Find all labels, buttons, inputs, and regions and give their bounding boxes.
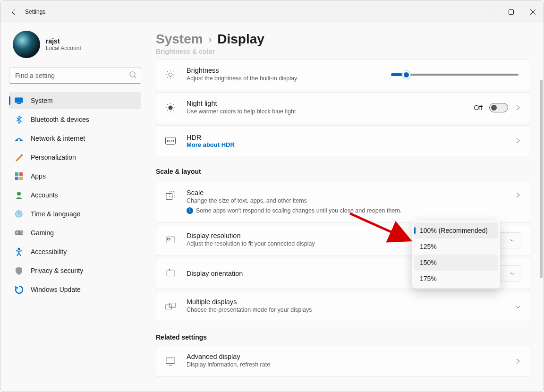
scale-dropdown[interactable]: 100% (Recommended)125%150%175%	[412, 221, 500, 289]
section-related: Related settings	[156, 333, 530, 341]
scale-option[interactable]: 100% (Recommended)	[414, 222, 498, 239]
slider-thumb[interactable]	[402, 70, 411, 79]
scale-info: Some apps won't respond to scaling chang…	[196, 207, 401, 214]
nav-item-apps[interactable]: Apps	[9, 168, 141, 185]
nav-item-update[interactable]: Windows Update	[9, 281, 141, 298]
breadcrumb: System › Display	[156, 32, 530, 47]
nav-item-time[interactable]: Time & language	[9, 205, 141, 222]
advanced-title: Advanced display	[187, 353, 504, 360]
resolution-sub: Adjust the resolution to fit your connec…	[187, 239, 416, 248]
nav-item-personalization[interactable]: Personalization	[9, 149, 141, 166]
hdr-card[interactable]: HDR HDR More about HDR	[156, 125, 530, 156]
scale-option[interactable]: 175%	[414, 271, 498, 287]
orientation-title: Display orientation	[187, 270, 451, 277]
multiple-title: Multiple displays	[187, 298, 504, 306]
svg-rect-8	[19, 172, 23, 176]
chevron-down-icon	[515, 303, 521, 310]
user-block[interactable]: rajst Local Account	[13, 31, 141, 58]
svg-line-34	[173, 104, 174, 105]
hdr-icon: HDR	[165, 137, 176, 145]
svg-rect-37	[166, 194, 172, 200]
chevron-down-icon	[510, 238, 515, 243]
night-light-title: Night light	[187, 100, 464, 107]
personalization-icon	[15, 153, 23, 162]
hdr-link[interactable]: More about HDR	[187, 141, 504, 148]
nav-item-gaming[interactable]: Gaming	[9, 224, 141, 241]
scale-card[interactable]: Scale Change the size of text, apps, and…	[156, 180, 530, 223]
scale-option[interactable]: 125%	[414, 239, 498, 255]
nav-label: Personalization	[31, 153, 76, 161]
nav-item-privacy[interactable]: Privacy & security	[9, 262, 141, 279]
nav-item-network[interactable]: Network & internet	[9, 130, 141, 147]
search-icon[interactable]	[129, 71, 137, 79]
orientation-icon	[165, 268, 176, 279]
scrollbar[interactable]	[540, 80, 543, 278]
update-icon	[15, 285, 23, 294]
nav-label: Apps	[31, 172, 46, 180]
maximize-button[interactable]	[500, 3, 522, 20]
chevron-right-icon	[515, 358, 521, 365]
gaming-icon	[15, 229, 23, 237]
scale-title: Scale	[187, 189, 504, 196]
multiple-displays-icon	[165, 301, 176, 312]
advanced-display-card[interactable]: Advanced display Display information, re…	[156, 346, 530, 377]
multiple-displays-card[interactable]: Multiple displays Choose the presentatio…	[156, 291, 530, 322]
chevron-right-icon: ›	[209, 34, 212, 45]
scale-option[interactable]: 150%	[414, 255, 498, 271]
nav-item-bluetooth[interactable]: Bluetooth & devices	[9, 111, 141, 128]
svg-rect-40	[168, 238, 170, 240]
resolution-title: Display resolution	[187, 232, 416, 239]
user-account-type: Local Account	[46, 45, 81, 51]
nav-item-system[interactable]: System	[9, 92, 141, 109]
svg-point-11	[17, 192, 21, 196]
svg-rect-42	[166, 305, 172, 309]
svg-rect-44	[166, 358, 175, 363]
nav-label: Accounts	[31, 191, 58, 199]
nav-label: Gaming	[31, 229, 54, 237]
search-input[interactable]	[9, 68, 141, 84]
nav-label: Privacy & security	[31, 267, 83, 274]
time-icon	[15, 210, 23, 218]
brightness-icon	[165, 69, 176, 80]
svg-line-31	[167, 104, 168, 105]
svg-rect-43	[169, 303, 175, 307]
svg-line-32	[173, 111, 174, 111]
night-light-card[interactable]: Night light Use warmer colors to help bl…	[156, 92, 530, 123]
brightness-card[interactable]: Brightness Adjust the brightness of the …	[156, 59, 530, 90]
svg-point-16	[18, 248, 20, 250]
svg-point-26	[168, 105, 172, 110]
svg-rect-10	[19, 177, 23, 180]
chevron-right-icon	[515, 192, 521, 198]
back-button[interactable]	[9, 7, 18, 17]
privacy-icon	[15, 266, 23, 275]
info-icon: i	[187, 207, 193, 214]
minimize-button[interactable]	[478, 3, 500, 20]
avatar	[13, 31, 40, 58]
svg-line-22	[167, 71, 168, 72]
window-title: Settings	[25, 9, 45, 15]
titlebar: Settings	[0, 0, 544, 23]
breadcrumb-parent[interactable]: System	[156, 32, 203, 47]
night-light-toggle[interactable]	[489, 103, 508, 112]
nav-label: Bluetooth & devices	[31, 116, 89, 123]
nav-item-accessibility[interactable]: Accessibility	[9, 243, 141, 260]
close-button[interactable]	[522, 3, 544, 20]
section-scale-layout: Scale & layout	[156, 168, 530, 175]
night-light-icon	[165, 102, 176, 113]
brightness-sub: Adjust the brightness of the built-in di…	[187, 74, 381, 83]
brightness-slider[interactable]	[391, 74, 518, 76]
sidebar: rajst Local Account SystemBluetooth & de…	[0, 23, 144, 392]
svg-rect-4	[15, 98, 23, 103]
chevron-right-icon	[515, 104, 521, 111]
window-controls	[478, 3, 544, 20]
svg-line-33	[167, 111, 168, 111]
svg-text:HDR: HDR	[167, 139, 174, 143]
nav-item-accounts[interactable]: Accounts	[9, 187, 141, 204]
breadcrumb-current: Display	[217, 32, 264, 47]
svg-point-17	[169, 73, 172, 76]
bluetooth-icon	[15, 115, 23, 124]
system-icon	[15, 96, 23, 105]
svg-rect-7	[15, 172, 18, 176]
user-name: rajst	[46, 37, 81, 45]
svg-point-2	[130, 72, 135, 77]
